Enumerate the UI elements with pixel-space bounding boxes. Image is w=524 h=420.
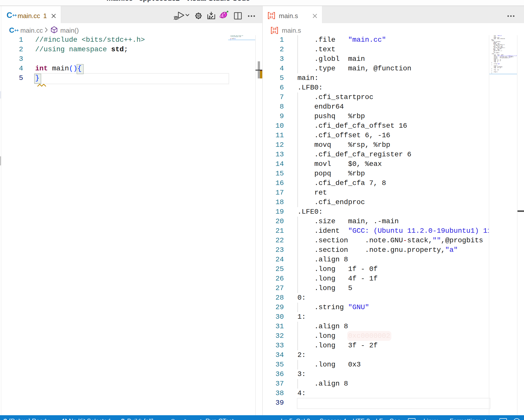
svg-text:01: 01	[273, 30, 277, 34]
svg-text:01: 01	[270, 16, 274, 19]
